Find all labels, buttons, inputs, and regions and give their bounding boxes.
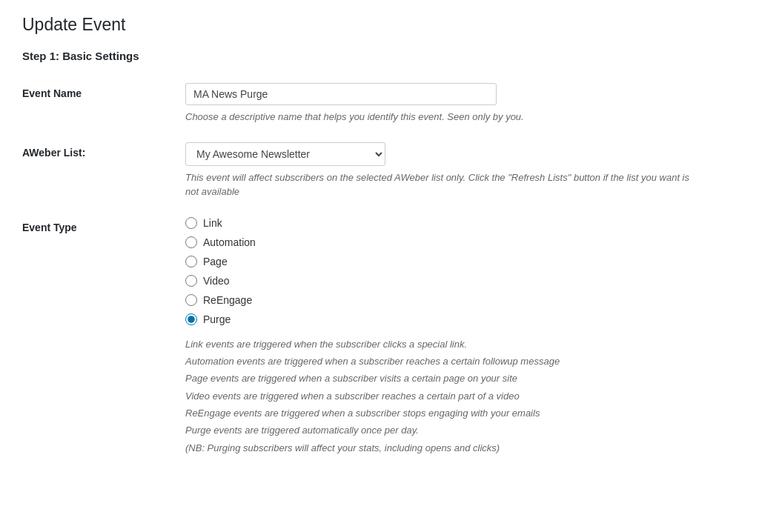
- page-title: Update Event: [22, 15, 737, 35]
- form-container: Update Event Step 1: Basic Settings Even…: [22, 15, 737, 456]
- radio-purge[interactable]: [185, 313, 197, 325]
- event-name-hint: Choose a descriptive name that helps you…: [185, 110, 704, 124]
- aweber-list-label: AWeber List:: [22, 142, 185, 159]
- radio-item-link[interactable]: Link: [185, 217, 737, 229]
- hint-page: Page events are triggered when a subscri…: [185, 370, 704, 387]
- radio-link-label: Link: [203, 217, 222, 229]
- hint-purge: Purge events are triggered automatically…: [185, 422, 704, 439]
- radio-reengage[interactable]: [185, 294, 197, 306]
- hint-purge-nb: (NB: Purging subscribers will affect you…: [185, 439, 704, 456]
- event-type-row: Event Type Link Automation Page Video: [22, 217, 737, 457]
- event-type-field: Link Automation Page Video ReEngage: [185, 217, 737, 457]
- event-type-radio-group: Link Automation Page Video ReEngage: [185, 217, 737, 325]
- radio-video[interactable]: [185, 275, 197, 287]
- hint-link: Link events are triggered when the subsc…: [185, 336, 704, 353]
- radio-link[interactable]: [185, 217, 197, 229]
- radio-item-page[interactable]: Page: [185, 256, 737, 267]
- radio-automation[interactable]: [185, 236, 197, 248]
- radio-item-purge[interactable]: Purge: [185, 313, 737, 325]
- radio-item-video[interactable]: Video: [185, 275, 737, 287]
- radio-automation-label: Automation: [203, 236, 256, 248]
- radio-item-reengage[interactable]: ReEngage: [185, 294, 737, 306]
- event-type-hints: Link events are triggered when the subsc…: [185, 336, 704, 457]
- hint-automation: Automation events are triggered when a s…: [185, 353, 704, 370]
- aweber-list-row: AWeber List: My Awesome Newsletter This …: [22, 142, 737, 199]
- radio-reengage-label: ReEngage: [203, 294, 252, 306]
- aweber-list-field: My Awesome Newsletter This event will af…: [185, 142, 737, 199]
- hint-video: Video events are triggered when a subscr…: [185, 388, 704, 405]
- radio-purge-label: Purge: [203, 313, 231, 325]
- step-heading: Step 1: Basic Settings: [22, 50, 737, 68]
- aweber-list-hint: This event will affect subscribers on th…: [185, 170, 704, 199]
- event-name-input[interactable]: [185, 83, 497, 105]
- radio-item-automation[interactable]: Automation: [185, 236, 737, 248]
- aweber-list-select[interactable]: My Awesome Newsletter: [185, 142, 385, 166]
- radio-page[interactable]: [185, 256, 197, 267]
- event-name-label: Event Name: [22, 83, 185, 99]
- event-type-label: Event Type: [22, 217, 185, 233]
- radio-video-label: Video: [203, 275, 230, 287]
- event-name-field: Choose a descriptive name that helps you…: [185, 83, 737, 124]
- hint-reengage: ReEngage events are triggered when a sub…: [185, 405, 704, 422]
- event-name-row: Event Name Choose a descriptive name tha…: [22, 83, 737, 124]
- radio-page-label: Page: [203, 256, 228, 267]
